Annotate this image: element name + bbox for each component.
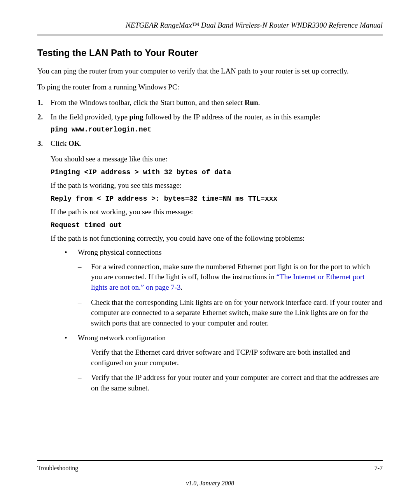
problem-intro: If the path is not functioning correctly… xyxy=(51,233,383,244)
step-text: In the field provided, type ping followe… xyxy=(51,113,321,121)
sub-list: Verify that the Ethernet card driver sof… xyxy=(78,347,383,393)
page-footer: Troubleshooting 7-7 v1.0, January 2008 xyxy=(37,460,383,488)
result-block: You should see a message like this one: … xyxy=(51,154,383,393)
step-3: 3. Click OK. xyxy=(37,138,383,149)
bullet-label: Wrong physical connections xyxy=(78,248,162,256)
step-text: Click OK. xyxy=(51,139,82,147)
code-reply: Reply from < IP address >: bytes=32 time… xyxy=(51,194,383,204)
sub-list: For a wired connection, make sure the nu… xyxy=(78,262,383,329)
step-list: 1. From the Windows toolbar, click the S… xyxy=(37,98,383,149)
result-notworking: If the path is not working, you see this… xyxy=(51,207,383,217)
result-working: If the path is working, you see this mes… xyxy=(51,180,383,191)
bullet-label: Wrong network configuration xyxy=(78,334,166,342)
step-number: 2. xyxy=(37,112,43,122)
header-rule xyxy=(37,35,383,35)
lead-paragraph: To ping the router from a running Window… xyxy=(37,82,383,93)
code-ping: ping www.routerlogin.net xyxy=(51,125,383,135)
running-header: NETGEAR RangeMax™ Dual Band Wireless-N R… xyxy=(37,20,383,33)
dash-item: For a wired connection, make sure the nu… xyxy=(78,262,383,293)
dash-item: Check that the corresponding Link lights… xyxy=(78,298,383,329)
page: NETGEAR RangeMax™ Dual Band Wireless-N R… xyxy=(0,0,420,504)
code-pinging: Pinging <IP address > with 32 bytes of d… xyxy=(51,168,383,177)
dash-item: Verify that the Ethernet card driver sof… xyxy=(78,347,383,368)
footer-version: v1.0, January 2008 xyxy=(37,479,383,488)
step-1: 1. From the Windows toolbar, click the S… xyxy=(37,98,383,108)
bullet-physical: Wrong physical connections For a wired c… xyxy=(51,247,383,328)
result-intro: You should see a message like this one: xyxy=(51,154,383,164)
step-number: 3. xyxy=(37,138,43,149)
problem-list: Wrong physical connections For a wired c… xyxy=(51,247,383,393)
intro-paragraph: You can ping the router from your comput… xyxy=(37,66,383,77)
footer-rule xyxy=(37,460,383,461)
footer-row: Troubleshooting 7-7 xyxy=(37,464,383,472)
footer-left: Troubleshooting xyxy=(37,464,78,472)
code-timeout: Request timed out xyxy=(51,220,383,230)
step-2: 2. In the field provided, type ping foll… xyxy=(37,112,383,135)
step-text: From the Windows toolbar, click the Star… xyxy=(51,98,260,107)
step-number: 1. xyxy=(37,98,43,108)
footer-right: 7-7 xyxy=(374,464,383,472)
dash-item: Verify that the IP address for your rout… xyxy=(78,373,383,393)
bullet-network: Wrong network configuration Verify that … xyxy=(51,333,383,393)
section-title: Testing the LAN Path to Your Router xyxy=(37,46,383,60)
